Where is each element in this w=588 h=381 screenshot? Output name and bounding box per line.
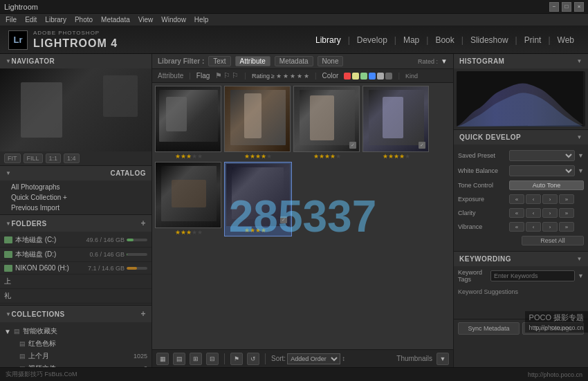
nav-1-1-button[interactable]: 1:1: [46, 154, 62, 163]
star-2[interactable]: ★: [283, 73, 288, 80]
star-5[interactable]: ★: [304, 73, 309, 80]
qd-saved-preset-select[interactable]: [509, 150, 575, 161]
color-swatch-yellow[interactable]: [352, 73, 359, 80]
filter-tab-text[interactable]: Text: [208, 56, 230, 66]
flag-icon-2[interactable]: ⚐: [223, 71, 230, 80]
menu-file[interactable]: File: [6, 16, 17, 24]
view-compare-icon[interactable]: ⊞: [190, 353, 202, 365]
qd-vibrance-dec-dec[interactable]: «: [509, 222, 524, 232]
histogram-header[interactable]: Histogram ▼: [454, 54, 588, 68]
tab-book[interactable]: Book: [430, 34, 459, 46]
color-swatch-blue[interactable]: [369, 73, 376, 80]
menu-view[interactable]: View: [138, 16, 154, 24]
color-swatch-red[interactable]: [344, 73, 351, 80]
tab-web[interactable]: Web: [552, 34, 580, 46]
collection-item-red[interactable]: ▤ 红色色标: [0, 337, 151, 350]
close-button[interactable]: ×: [574, 2, 584, 12]
catalog-all-photos[interactable]: All Photographs: [0, 182, 151, 192]
navigator-header[interactable]: ▼ Navigator: [0, 54, 151, 68]
sync-metadata-button[interactable]: Sync Metadata: [458, 322, 520, 335]
folder-item-h[interactable]: NIKON D600 (H:) 7.1 / 14.6 GB: [0, 262, 151, 275]
photo-cell-4[interactable]: ✓ ★★★★★: [362, 86, 430, 160]
qd-clarity-inc[interactable]: ›: [542, 208, 558, 218]
folders-add-button[interactable]: +: [140, 219, 146, 228]
view-grid-icon[interactable]: ▦: [156, 353, 169, 365]
keyword-input[interactable]: [490, 270, 575, 281]
minimize-button[interactable]: −: [549, 2, 559, 12]
nav-fit-button[interactable]: FIT: [4, 154, 21, 163]
collections-header[interactable]: ▼ Collections +: [0, 306, 151, 322]
filter-tab-attribute[interactable]: Attribute: [235, 56, 270, 66]
tab-map[interactable]: Map: [398, 34, 425, 46]
view-survey-icon[interactable]: ⊟: [206, 353, 219, 365]
menu-window[interactable]: Window: [161, 16, 186, 24]
collection-item-month[interactable]: ▤ 上个月 1025: [0, 350, 151, 362]
qd-vibrance-dec[interactable]: ‹: [526, 222, 541, 232]
folder-item-c[interactable]: 本地磁盘 (C:) 49.6 / 146 GB: [0, 233, 151, 248]
photo-cell-3[interactable]: ✓ ★★★★★: [293, 86, 361, 160]
keywording-header[interactable]: Keywording ▼: [454, 252, 588, 266]
qd-preset-arrow[interactable]: ▼: [578, 152, 584, 159]
collections-arrow: ▼: [6, 311, 11, 317]
tab-develop[interactable]: Develop: [351, 34, 393, 46]
sync-settings-button[interactable]: Sync Settings: [522, 322, 584, 335]
photo-cell-1[interactable]: ★★★★★: [155, 86, 223, 160]
catalog-previous-import[interactable]: Previous Import: [0, 203, 151, 213]
qd-auto-tone-button[interactable]: Auto Tone: [509, 180, 584, 190]
star-1[interactable]: ★: [276, 73, 282, 80]
quick-develop-header[interactable]: Quick Develop ▼: [454, 130, 588, 145]
folder-item-d[interactable]: 本地磁盘 (D:) 0.6 / 146 GB: [0, 248, 151, 262]
tab-slideshow[interactable]: Slideshow: [465, 34, 514, 46]
color-swatch-gray[interactable]: [385, 73, 392, 80]
collections-add-button[interactable]: +: [140, 309, 146, 319]
folder-item-li[interactable]: 礼: [0, 289, 151, 304]
qd-exposure-dec[interactable]: ‹: [526, 194, 541, 204]
qd-vibrance-inc-inc[interactable]: »: [559, 222, 574, 232]
nav-1-4-button[interactable]: 1:4: [64, 154, 80, 163]
rotate-left-icon[interactable]: ↺: [247, 353, 259, 365]
collection-item-video[interactable]: ▤ 视频文件 2: [0, 362, 151, 367]
keyword-settings-icon[interactable]: ▼: [578, 272, 584, 279]
qd-exposure-dec-dec[interactable]: «: [509, 194, 524, 204]
tab-library[interactable]: Library: [310, 34, 347, 46]
photo-cell-6[interactable]: ✓ ★★★★★: [224, 162, 292, 236]
sort-direction-icon[interactable]: ↕: [342, 355, 345, 362]
photo-cell-5[interactable]: ★★★★★: [155, 162, 223, 236]
filter-tab-none[interactable]: None: [318, 56, 344, 66]
sort-select[interactable]: Added Order Capture Time File Name Ratin…: [287, 353, 340, 364]
qd-clarity-dec[interactable]: ‹: [526, 208, 541, 218]
qd-reset-button[interactable]: Reset All: [522, 236, 584, 245]
menu-photo[interactable]: Photo: [75, 16, 93, 24]
star-4[interactable]: ★: [297, 73, 302, 80]
flag-icon-3[interactable]: ⚐: [232, 71, 239, 80]
folder-item-u[interactable]: 上: [0, 275, 151, 289]
qd-exposure-inc-inc[interactable]: »: [559, 194, 574, 204]
collection-group-header[interactable]: ▼ ▤ 智能收藏夹: [0, 325, 151, 337]
qd-wb-arrow[interactable]: ▼: [578, 167, 584, 174]
folders-header[interactable]: ▼ Folders +: [0, 215, 151, 232]
photo-cell-2[interactable]: ★★★★★: [224, 86, 292, 160]
qd-clarity-inc-inc[interactable]: »: [559, 208, 574, 218]
catalog-quick-collection[interactable]: Quick Collection +: [0, 192, 151, 203]
qd-white-balance-select[interactable]: [509, 165, 575, 176]
color-swatch-green[interactable]: [360, 73, 367, 80]
menu-metadata[interactable]: Metadata: [101, 16, 130, 24]
filter-tab-metadata[interactable]: Metadata: [275, 56, 313, 66]
flag-icon-1[interactable]: ⚑: [215, 71, 222, 80]
menu-edit[interactable]: Edit: [25, 16, 37, 24]
color-swatch-purple[interactable]: [377, 73, 384, 80]
qd-clarity-dec-dec[interactable]: «: [509, 208, 524, 218]
qd-exposure-inc[interactable]: ›: [542, 194, 558, 204]
tab-print[interactable]: Print: [519, 34, 547, 46]
nav-fill-button[interactable]: FILL: [24, 154, 43, 163]
maximize-button[interactable]: □: [562, 2, 571, 12]
star-3[interactable]: ★: [290, 73, 295, 80]
menu-library[interactable]: Library: [45, 16, 66, 24]
qd-vibrance-inc[interactable]: ›: [542, 222, 558, 232]
menu-help[interactable]: Help: [194, 16, 209, 24]
catalog-header[interactable]: ▼ Catalog: [0, 166, 151, 180]
flag-icon[interactable]: ⚑: [230, 353, 243, 365]
thumb-size-icon[interactable]: ▼: [437, 353, 449, 365]
filter-expand-icon[interactable]: ▼: [441, 57, 448, 65]
view-loupe-icon[interactable]: ▤: [173, 353, 185, 365]
